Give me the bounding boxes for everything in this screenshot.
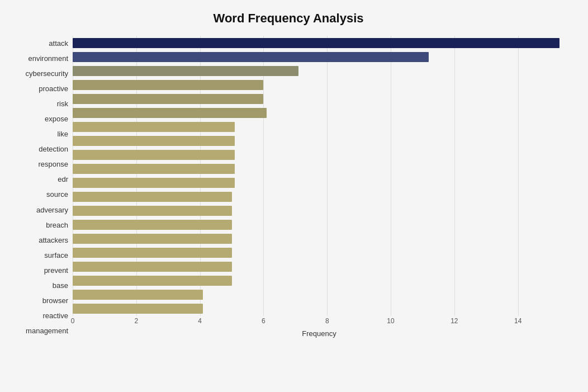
y-label-source: source — [46, 188, 68, 201]
bar-row-detection — [73, 135, 566, 147]
y-label-adversary: adversary — [36, 204, 68, 216]
bar-row-response — [73, 149, 566, 161]
chart-area: attackenvironmentcybersecurityproactiver… — [11, 36, 566, 338]
bar-response — [73, 150, 235, 160]
bars-and-xaxis: 02468101214 Frequency — [73, 36, 566, 338]
y-label-management: management — [26, 324, 68, 337]
bar-adversary — [73, 192, 232, 202]
bar-row-expose — [73, 107, 566, 119]
bar-row-risk — [73, 93, 566, 105]
bar-row-attackers — [73, 219, 566, 231]
x-axis-label: Frequency — [73, 329, 566, 338]
y-label-prevent: prevent — [44, 264, 68, 276]
bar-row-base — [73, 261, 566, 273]
y-label-base: base — [53, 279, 68, 291]
y-label-attack: attack — [49, 37, 68, 50]
bar-source — [73, 178, 235, 188]
bar-expose — [73, 108, 267, 118]
y-label-detection: detection — [39, 143, 68, 155]
bar-attack — [73, 38, 559, 48]
bar-reactive — [73, 290, 203, 300]
x-tick-2: 2 — [134, 317, 138, 325]
y-label-proactive: proactive — [39, 83, 68, 95]
bar-row-like — [73, 121, 566, 133]
y-label-cybersecurity: cybersecurity — [25, 68, 68, 80]
x-tick-4: 4 — [198, 317, 202, 325]
y-label-expose: expose — [45, 113, 68, 125]
bar-row-edr — [73, 163, 566, 175]
bars-area — [73, 36, 566, 316]
x-tick-10: 10 — [387, 317, 394, 325]
chart-container: Word Frequency Analysis attackenvironmen… — [0, 0, 588, 392]
bar-row-prevent — [73, 247, 566, 259]
y-label-attackers: attackers — [39, 234, 68, 246]
bar-row-proactive — [73, 79, 566, 91]
x-tick-14: 14 — [514, 317, 521, 325]
bar-row-breach — [73, 205, 566, 217]
y-label-response: response — [39, 158, 68, 171]
bar-management — [73, 304, 203, 314]
bar-cybersecurity — [73, 66, 298, 76]
bar-proactive — [73, 80, 263, 90]
bar-breach — [73, 206, 232, 216]
y-label-like: like — [57, 128, 68, 140]
y-label-surface: surface — [44, 249, 68, 261]
y-label-edr: edr — [58, 173, 68, 186]
x-tick-8: 8 — [325, 317, 329, 325]
x-axis: 02468101214 Frequency — [73, 316, 566, 338]
y-label-browser: browser — [42, 294, 68, 306]
bar-detection — [73, 136, 235, 146]
y-label-risk: risk — [57, 98, 68, 110]
bar-row-reactive — [73, 289, 566, 301]
bar-row-cybersecurity — [73, 65, 566, 77]
bar-environment — [73, 52, 429, 62]
x-tick-12: 12 — [451, 317, 458, 325]
bar-risk — [73, 94, 263, 104]
bar-row-source — [73, 177, 566, 189]
bar-browser — [73, 276, 232, 286]
bar-base — [73, 262, 232, 272]
bar-edr — [73, 164, 235, 174]
x-tick-6: 6 — [262, 317, 265, 325]
bar-row-management — [73, 303, 566, 315]
bar-row-surface — [73, 233, 566, 245]
bar-prevent — [73, 248, 232, 258]
bar-surface — [73, 234, 232, 244]
y-axis: attackenvironmentcybersecurityproactiver… — [11, 36, 73, 338]
bar-like — [73, 122, 235, 132]
chart-title: Word Frequency Analysis — [11, 11, 566, 26]
y-label-reactive: reactive — [42, 309, 68, 322]
bar-attackers — [73, 220, 232, 230]
bar-row-attack — [73, 37, 566, 49]
bar-row-environment — [73, 51, 566, 63]
x-tick-0: 0 — [71, 317, 75, 325]
y-label-environment: environment — [28, 53, 68, 65]
bar-row-browser — [73, 275, 566, 287]
bar-row-adversary — [73, 191, 566, 203]
y-label-breach: breach — [46, 219, 68, 231]
